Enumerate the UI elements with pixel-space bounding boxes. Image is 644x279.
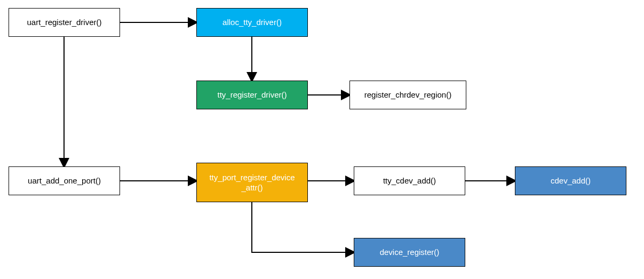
node-label: alloc_tty_driver() <box>222 17 282 28</box>
arrows-layer <box>0 0 644 279</box>
node-label: tty_port_register_device_attr() <box>209 172 295 193</box>
node-label: tty_register_driver() <box>217 90 287 100</box>
node-label: uart_register_driver() <box>27 17 101 28</box>
node-device-register: device_register() <box>354 238 465 267</box>
node-alloc-tty-driver: alloc_tty_driver() <box>196 8 308 37</box>
node-cdev-add: cdev_add() <box>515 166 626 195</box>
node-label: register_chrdev_region() <box>364 90 451 100</box>
node-tty-port-register-device-attr: tty_port_register_device_attr() <box>196 163 308 202</box>
node-register-chrdev-region: register_chrdev_region() <box>349 81 466 109</box>
node-tty-cdev-add: tty_cdev_add() <box>354 166 465 195</box>
node-label: device_register() <box>380 247 440 258</box>
node-label: tty_cdev_add() <box>383 176 436 186</box>
node-label: cdev_add() <box>551 176 591 186</box>
node-tty-register-driver: tty_register_driver() <box>196 81 308 109</box>
node-uart-add-one-port: uart_add_one_port() <box>9 166 120 195</box>
arrow <box>252 202 354 252</box>
node-uart-register-driver: uart_register_driver() <box>9 8 120 37</box>
node-label: uart_add_one_port() <box>28 176 101 186</box>
